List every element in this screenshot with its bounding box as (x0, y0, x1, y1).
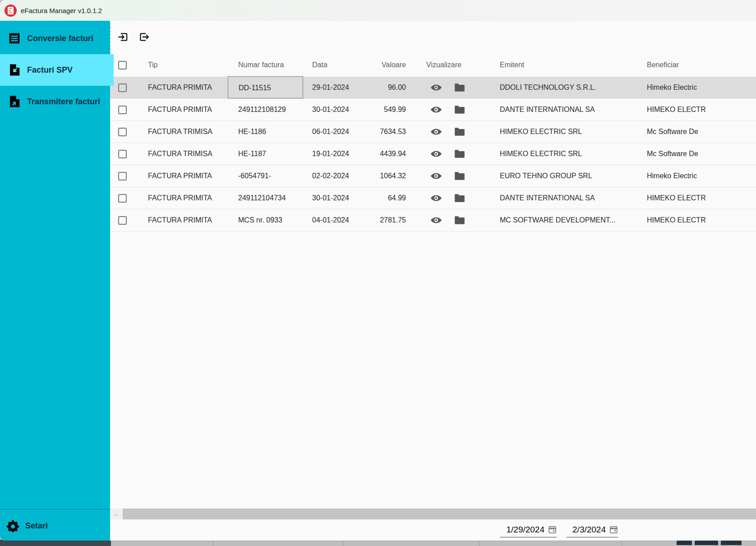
table-row[interactable]: FACTURA TRIMISA HE-1186 06-01-2024 7634.… (110, 121, 756, 143)
footer-bar: 1/29/2024 2/3/2024 (110, 519, 756, 541)
calendar-icon[interactable] (548, 525, 557, 534)
cell-beneficiar: HIMEKO ELECTR (641, 187, 756, 209)
background-window-strip (0, 540, 756, 546)
column-header-data[interactable]: Data (303, 53, 366, 77)
cell-valoare: 4439.94 (366, 143, 410, 165)
cell-data: 30-01-2024 (303, 187, 366, 209)
screen: eFactura Manager v1.0.1.2 Conversie fact… (0, 0, 756, 546)
background-cell-divider (479, 540, 479, 546)
open-folder-icon[interactable] (454, 82, 466, 93)
cell-beneficiar: HIMEKO ELECTR (641, 209, 756, 231)
cell-data: 19-01-2024 (303, 143, 366, 165)
open-folder-icon[interactable] (454, 104, 466, 116)
open-folder-icon[interactable] (454, 192, 466, 204)
table-header-row: Tip Numar factura Data Valoare Vizualiza… (110, 53, 756, 77)
horizontal-scrollbar[interactable]: ← (110, 509, 756, 519)
table-row[interactable]: FACTURA PRIMITA -6054791- 02-02-2024 106… (110, 165, 756, 187)
view-invoice-icon[interactable] (429, 81, 443, 94)
cell-valoare: 2781.75 (366, 209, 410, 231)
cell-tip: FACTURA PRIMITA (140, 77, 228, 98)
date-from-picker[interactable]: 1/29/2024 (500, 522, 557, 537)
calendar-icon[interactable] (609, 525, 618, 534)
open-folder-icon[interactable] (454, 148, 466, 160)
cell-beneficiar: Mc Software De (641, 121, 756, 143)
sidebar-item-conversie-facturi[interactable]: Conversie facturi (0, 23, 110, 54)
cell-data: 30-01-2024 (303, 99, 366, 120)
view-invoice-icon[interactable] (429, 191, 443, 205)
background-clipped-text (677, 541, 753, 545)
view-invoice-icon[interactable] (429, 125, 443, 139)
column-header-vizualizare[interactable]: Vizualizare (410, 53, 493, 77)
table-row[interactable]: FACTURA PRIMITA MCS nr. 0933 04-01-2024 … (110, 209, 756, 231)
background-cell-divider (622, 540, 622, 546)
row-checkbox[interactable] (118, 106, 127, 114)
scrollbar-thumb[interactable] (123, 509, 756, 519)
cell-numar-factura: 249112108129 (228, 99, 303, 120)
cell-tip: FACTURA PRIMITA (140, 187, 228, 209)
cell-numar-factura-focused[interactable]: DD-11515 (228, 76, 303, 98)
cell-tip: FACTURA PRIMITA (140, 209, 228, 231)
cell-emitent: HIMEKO ELECTRIC SRL (493, 143, 641, 165)
date-to-picker[interactable]: 2/3/2024 (567, 522, 618, 537)
cell-numar-factura: 249112104734 (228, 187, 303, 209)
app-window: eFactura Manager v1.0.1.2 Conversie fact… (0, 0, 756, 541)
cell-emitent: EURO TEHNO GROUP SRL (493, 165, 641, 187)
cell-data: 02-02-2024 (303, 165, 366, 187)
view-invoice-icon[interactable] (429, 169, 443, 183)
cell-numar-factura: -6054791- (228, 165, 303, 187)
cell-tip: FACTURA PRIMITA (140, 99, 228, 120)
select-all-checkbox[interactable] (118, 61, 127, 69)
main-content: Tip Numar factura Data Valoare Vizualiza… (110, 21, 756, 541)
row-checkbox[interactable] (118, 194, 127, 203)
app-logo-icon (5, 5, 17, 17)
cell-emitent: DANTE INTERNATIONAL SA (493, 187, 641, 209)
cell-valoare: 7634.53 (366, 121, 410, 143)
cell-tip: FACTURA PRIMITA (140, 165, 228, 187)
column-header-emitent[interactable]: Emitent (493, 53, 641, 77)
row-checkbox[interactable] (118, 128, 127, 136)
invoice-download-icon (8, 63, 21, 77)
cell-beneficiar: Mc Software De (641, 143, 756, 165)
open-folder-icon[interactable] (454, 214, 466, 226)
window-title: eFactura Manager v1.0.1.2 (21, 7, 102, 14)
cell-valoare: 64.99 (366, 187, 410, 209)
sidebar-item-transmitere-facturi[interactable]: Transmitere facturi (0, 86, 110, 117)
cell-beneficiar: Himeko Electric (641, 77, 756, 98)
open-folder-icon[interactable] (454, 126, 466, 138)
table-row[interactable]: FACTURA TRIMISA HE-1187 19-01-2024 4439.… (110, 143, 756, 165)
date-to-value[interactable]: 2/3/2024 (572, 525, 606, 535)
scroll-left-arrow-icon[interactable]: ← (110, 509, 123, 519)
view-invoice-icon[interactable] (429, 213, 443, 227)
cell-emitent: MC SOFTWARE DEVELOPMENT... (493, 209, 641, 231)
row-checkbox[interactable] (118, 83, 127, 92)
column-header-valoare[interactable]: Valoare (366, 53, 410, 77)
row-checkbox[interactable] (118, 150, 127, 158)
sidebar-item-facturi-spv[interactable]: Facturi SPV (0, 54, 114, 86)
receipt-icon (8, 32, 21, 45)
column-header-numar-factura[interactable]: Numar factura (228, 53, 303, 77)
invoice-upload-icon (8, 95, 21, 108)
cell-emitent: DDOLI TECHNOLOGY S.R.L. (493, 77, 641, 98)
table-row[interactable]: FACTURA PRIMITA 249112104734 30-01-2024 … (110, 187, 756, 209)
date-from-value[interactable]: 1/29/2024 (506, 525, 544, 535)
cell-valoare: 96.00 (366, 77, 410, 98)
cell-tip: FACTURA TRIMISA (140, 121, 228, 143)
column-header-beneficiar[interactable]: Beneficiar (641, 53, 756, 77)
export-invoices-icon[interactable] (138, 31, 150, 43)
sidebar: Conversie facturi Facturi SPV Transmiter… (0, 21, 110, 541)
sidebar-divider (0, 509, 110, 509)
gear-icon (6, 519, 19, 532)
settings-label: Setari (25, 521, 48, 531)
table-row[interactable]: FACTURA PRIMITA 249112108129 30-01-2024 … (110, 99, 756, 121)
table-row[interactable]: FACTURA PRIMITA DD-11515 29-01-2024 96.0… (110, 77, 756, 99)
open-folder-icon[interactable] (454, 170, 466, 182)
row-checkbox[interactable] (118, 172, 127, 180)
titlebar[interactable]: eFactura Manager v1.0.1.2 (0, 0, 756, 21)
view-invoice-icon[interactable] (429, 103, 443, 116)
view-invoice-icon[interactable] (429, 147, 443, 161)
column-header-tip[interactable]: Tip (140, 53, 228, 77)
sidebar-item-setari[interactable]: Setari (0, 513, 110, 539)
cell-data: 29-01-2024 (303, 77, 366, 98)
row-checkbox[interactable] (118, 216, 127, 225)
import-invoices-icon[interactable] (117, 31, 129, 43)
